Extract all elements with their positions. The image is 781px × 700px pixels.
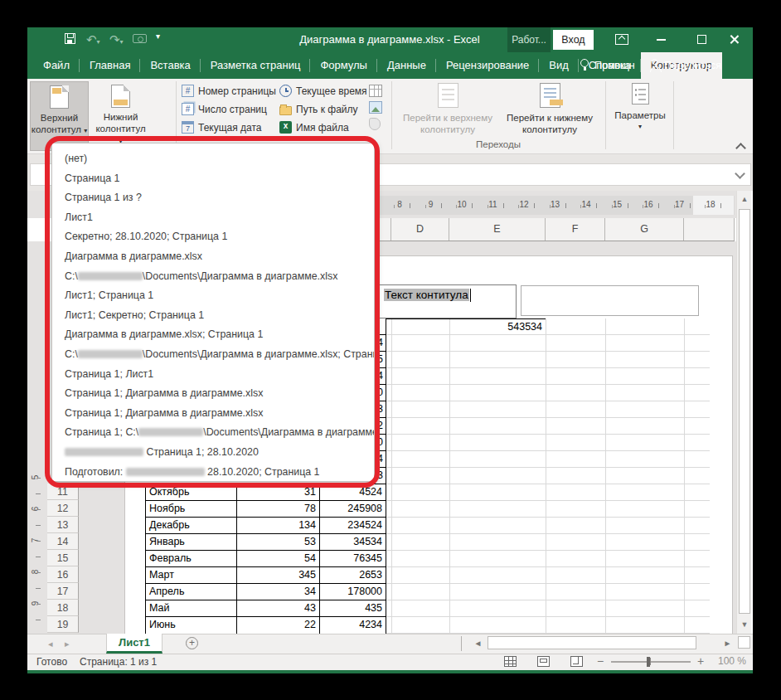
- ribbon-tab-file[interactable]: Файл: [33, 52, 80, 79]
- table-cell-value1[interactable]: 22: [237, 617, 320, 634]
- table-cell-month[interactable]: Ноябрь: [146, 501, 237, 517]
- dropdown-item[interactable]: Страница 1; C:\\Documents\Диаграмма в ди…: [52, 423, 374, 443]
- dropdown-item[interactable]: Диаграмма в диаграмме.xlsx: [52, 247, 374, 267]
- element-button[interactable]: Имя файла: [279, 120, 367, 134]
- table-cell-value2[interactable]: 435: [320, 600, 386, 616]
- table-cell-value1[interactable]: 31: [237, 484, 320, 500]
- table-cell-value2[interactable]: 4234: [320, 617, 386, 634]
- ribbon-tab-4[interactable]: Формулы: [310, 52, 377, 79]
- collapse-ribbon-icon[interactable]: [737, 144, 745, 152]
- element-button[interactable]: Текущее время: [279, 84, 367, 98]
- table-cell-month[interactable]: Февраль: [146, 551, 237, 566]
- dropdown-item[interactable]: Страница 1; Лист1: [52, 365, 374, 385]
- header-right-box[interactable]: [521, 285, 699, 316]
- table-cell-month[interactable]: Июнь: [146, 617, 237, 634]
- ribbon-tab-6[interactable]: Рецензирование: [436, 52, 539, 79]
- ribbon-tab-1[interactable]: Главная: [80, 52, 140, 79]
- zoom-slider-track[interactable]: [611, 661, 691, 663]
- dropdown-item[interactable]: Секретно; 28.10.2020; Страница 1: [52, 227, 374, 247]
- hscroll-right-icon[interactable]: ►: [720, 635, 735, 651]
- column-header-F[interactable]: F: [546, 218, 605, 241]
- vertical-scrollbar[interactable]: ▲ ▼: [736, 191, 751, 634]
- assistant-label[interactable]: Помощн: [594, 52, 635, 79]
- row-header[interactable]: 18: [47, 600, 79, 616]
- camera-icon[interactable]: [133, 34, 147, 43]
- qat-customize-icon[interactable]: ▾: [156, 32, 160, 41]
- share-label[interactable]: Поделиться: [664, 52, 721, 79]
- table-cell-month[interactable]: Январь: [146, 534, 237, 550]
- ribbon-tab-2[interactable]: Вставка: [140, 52, 200, 79]
- table-cell-value1[interactable]: 43: [237, 600, 320, 616]
- zoom-out-icon[interactable]: −: [597, 654, 604, 668]
- vertical-scroll-thumb[interactable]: [739, 209, 750, 614]
- options-button[interactable]: Параметры ▾: [611, 81, 669, 151]
- table-cell-value1[interactable]: 34: [237, 584, 320, 600]
- sheet-name-icon[interactable]: [369, 85, 382, 97]
- row-header[interactable]: 14: [47, 533, 79, 550]
- table-cell-value1[interactable]: 53: [237, 534, 320, 550]
- row-header[interactable]: 13: [47, 517, 79, 533]
- minimize-button[interactable]: [657, 39, 666, 41]
- sign-in-button[interactable]: Вход: [553, 30, 594, 50]
- row-header[interactable]: 17: [47, 583, 79, 600]
- dropdown-item[interactable]: Подготовил: 28.10.2020; Страница 1: [52, 463, 374, 483]
- table-cell-value2[interactable]: 178000: [320, 584, 386, 600]
- scroll-down-icon[interactable]: ▼: [738, 618, 751, 632]
- undo-icon[interactable]: ↶▾: [86, 27, 100, 52]
- header-textbox-text[interactable]: Текст контитула: [384, 289, 469, 301]
- dropdown-item[interactable]: Диаграмма в диаграмме.xlsx; Страница 1: [52, 325, 374, 345]
- normal-view-icon[interactable]: [504, 656, 517, 667]
- table-cell-month[interactable]: Май: [146, 600, 237, 616]
- row-header[interactable]: 11: [47, 484, 79, 500]
- tab-scrollbar-splitter[interactable]: [461, 636, 462, 651]
- ribbon-display-options-icon[interactable]: [615, 34, 628, 45]
- table-cell-month[interactable]: Апрель: [146, 584, 237, 600]
- dropdown-item[interactable]: Страница 1; 28.10.2020: [52, 443, 374, 463]
- dropdown-item[interactable]: Лист1; Страница 1: [52, 286, 374, 306]
- row-header[interactable]: 19: [47, 616, 79, 633]
- sheet-nav-right-icon[interactable]: ▸: [65, 634, 70, 654]
- dropdown-item[interactable]: Страница 1; Диаграмма в диаграмме.xlsx: [52, 404, 374, 424]
- column-header-D[interactable]: D: [391, 218, 449, 241]
- zoom-in-icon[interactable]: +: [697, 654, 704, 668]
- horizontal-scroll-thumb[interactable]: [488, 636, 696, 649]
- dropdown-item[interactable]: Лист1: [52, 208, 374, 228]
- table-cell-value2[interactable]: 245908: [320, 501, 386, 517]
- table-cell-value1[interactable]: 54: [237, 551, 320, 566]
- save-icon[interactable]: [65, 33, 75, 44]
- table-cell-value2[interactable]: 234524: [320, 518, 386, 533]
- formula-bar-expand-icon[interactable]: [736, 170, 744, 177]
- maximize-button[interactable]: [697, 35, 706, 44]
- table-cell-value2[interactable]: 2653: [320, 567, 386, 583]
- redo-icon[interactable]: ↷▾: [109, 27, 124, 52]
- table-cell-value2[interactable]: 76345: [320, 551, 386, 566]
- scroll-up-icon[interactable]: ▲: [738, 192, 751, 207]
- row-header[interactable]: 12: [47, 500, 79, 517]
- page-break-view-icon[interactable]: [570, 656, 583, 667]
- element-button[interactable]: Номер страницы: [182, 84, 276, 98]
- column-header-partial[interactable]: [684, 218, 735, 241]
- horizontal-scrollbar[interactable]: [485, 635, 720, 651]
- dropdown-item[interactable]: (нет): [52, 149, 374, 169]
- footer-button[interactable]: Нижний колонтитул ▾: [93, 81, 148, 151]
- ribbon-tab-3[interactable]: Разметка страниц: [201, 52, 311, 79]
- row-header[interactable]: 16: [47, 566, 79, 583]
- table-cell-month[interactable]: Декабрь: [146, 518, 237, 533]
- dropdown-item[interactable]: Страница 1: [52, 169, 374, 189]
- table-cell-month[interactable]: Октябрь: [146, 484, 237, 500]
- picture-icon[interactable]: [369, 101, 382, 114]
- add-sheet-icon[interactable]: +: [186, 637, 198, 649]
- column-header-E[interactable]: E: [449, 218, 546, 241]
- element-button[interactable]: Текущая дата: [182, 120, 276, 134]
- row-header[interactable]: 15: [47, 550, 79, 566]
- table-cell-value1[interactable]: 78: [237, 501, 320, 517]
- dropdown-item[interactable]: Лист1; Секретно; Страница 1: [52, 306, 374, 326]
- page-layout-view-icon[interactable]: [537, 656, 550, 667]
- zoom-slider-thumb[interactable]: [647, 657, 650, 667]
- element-button[interactable]: Число страниц: [182, 102, 276, 116]
- dropdown-item[interactable]: Страница 1 из ?: [52, 188, 374, 208]
- dropdown-item[interactable]: C:\\Documents\Диаграмма в диаграмме.xlsx…: [52, 345, 374, 365]
- hscroll-left-icon[interactable]: ◄: [471, 635, 485, 651]
- ribbon-tab-7[interactable]: Вид: [539, 52, 579, 79]
- column-header-G[interactable]: G: [605, 218, 684, 241]
